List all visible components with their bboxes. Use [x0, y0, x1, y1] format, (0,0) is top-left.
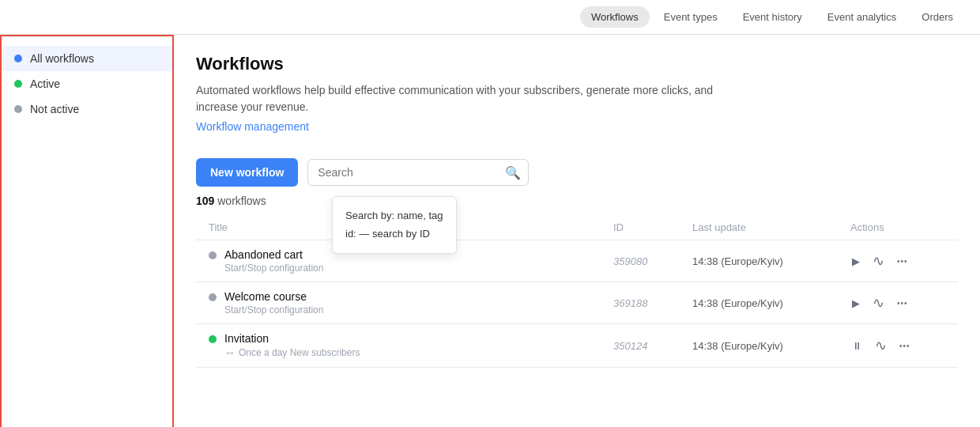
sidebar: All workflows Active Not active [0, 35, 174, 427]
sidebar-item-not-active[interactable]: Not active [2, 96, 172, 122]
row-id: 350124 [613, 340, 692, 352]
row-last-update: 14:38 (Europe/Kyiv) [692, 297, 850, 309]
count-number: 109 [196, 195, 214, 207]
table-header: Title ID Last update Actions [196, 215, 958, 240]
table-row: Abandoned cart Start/Stop configuration … [196, 240, 958, 282]
play-button[interactable] [850, 254, 861, 269]
more-button[interactable] [895, 297, 910, 309]
row-last-update: 14:38 (Europe/Kyiv) [692, 255, 850, 267]
row-title-text: Abandoned cart Start/Stop configuration [224, 248, 323, 274]
row-title-col: Welcome course Start/Stop configuration [209, 290, 613, 316]
row-id: 369188 [613, 297, 692, 309]
sidebar-item-active[interactable]: Active [2, 71, 172, 96]
row-subtitle: Start/Stop configuration [224, 304, 323, 316]
row-last-update: 14:38 (Europe/Kyiv) [692, 340, 850, 352]
col-id: ID [613, 221, 692, 233]
content-area: Workflows Automated workflows help build… [174, 35, 980, 427]
table-row: Invitation ↔ Once a day New subscribers … [196, 324, 958, 368]
row-status-dot [209, 251, 217, 259]
row-title-name: Abandoned cart [224, 248, 323, 261]
row-title-text: Welcome course Start/Stop configuration [224, 290, 323, 316]
search-input[interactable] [307, 159, 529, 186]
new-workflow-button[interactable]: New workflow [196, 158, 298, 187]
row-id: 359080 [613, 255, 692, 267]
dot-green-icon [14, 80, 22, 88]
toolbar: New workflow 🔍 Search by: name, tag id: … [196, 158, 958, 187]
page-title: Workflows [196, 54, 958, 74]
top-nav: Workflows Event types Event history Even… [0, 0, 980, 35]
row-actions [850, 335, 945, 356]
tab-event-types[interactable]: Event types [653, 6, 729, 28]
tooltip-line1: Search by: name, tag [345, 206, 443, 225]
play-button[interactable] [850, 296, 861, 311]
sidebar-item-all-workflows[interactable]: All workflows [2, 46, 172, 71]
tab-event-analytics[interactable]: Event analytics [816, 6, 907, 28]
description: Automated workflows help build effective… [196, 82, 749, 115]
row-status-dot [209, 293, 217, 301]
sidebar-item-label: Active [30, 77, 60, 90]
count-label: workflows [217, 195, 266, 207]
search-container: 🔍 [307, 159, 529, 186]
tooltip-line2: id: — search by ID [345, 225, 443, 243]
dot-blue-icon [14, 55, 22, 62]
row-title-name: Welcome course [224, 290, 323, 303]
row-title-name: Invitation [224, 332, 360, 345]
more-button[interactable] [898, 340, 912, 352]
row-actions [850, 293, 945, 313]
dot-gray-icon [14, 105, 22, 113]
sidebar-item-label: All workflows [30, 52, 94, 65]
row-actions [850, 251, 945, 271]
row-title-text: Invitation ↔ Once a day New subscribers [224, 332, 360, 359]
col-actions: Actions [850, 221, 945, 233]
chart-button[interactable] [871, 251, 886, 271]
row-subtitle: ↔ Once a day New subscribers [224, 346, 360, 359]
col-last-update: Last update [692, 221, 850, 233]
table-row: Welcome course Start/Stop configuration … [196, 282, 958, 324]
row-status-dot [209, 335, 217, 343]
chart-button[interactable] [873, 335, 888, 356]
more-button[interactable] [895, 255, 910, 267]
row-title-col: Invitation ↔ Once a day New subscribers [209, 332, 613, 359]
workflows-count: 109 workflows [196, 195, 958, 207]
main-layout: All workflows Active Not active Workflow… [0, 35, 980, 427]
pause-button[interactable] [850, 338, 864, 353]
row-subtitle: Start/Stop configuration [224, 263, 323, 274]
search-tooltip: Search by: name, tag id: — search by ID [332, 196, 457, 254]
chart-button[interactable] [871, 293, 886, 313]
workflow-management-link[interactable]: Workflow management [196, 120, 309, 133]
arrow-icon: ↔ [224, 346, 236, 359]
tab-workflows[interactable]: Workflows [580, 6, 650, 28]
sidebar-item-label: Not active [30, 103, 79, 115]
tab-orders[interactable]: Orders [910, 6, 964, 28]
tab-event-history[interactable]: Event history [732, 6, 813, 28]
